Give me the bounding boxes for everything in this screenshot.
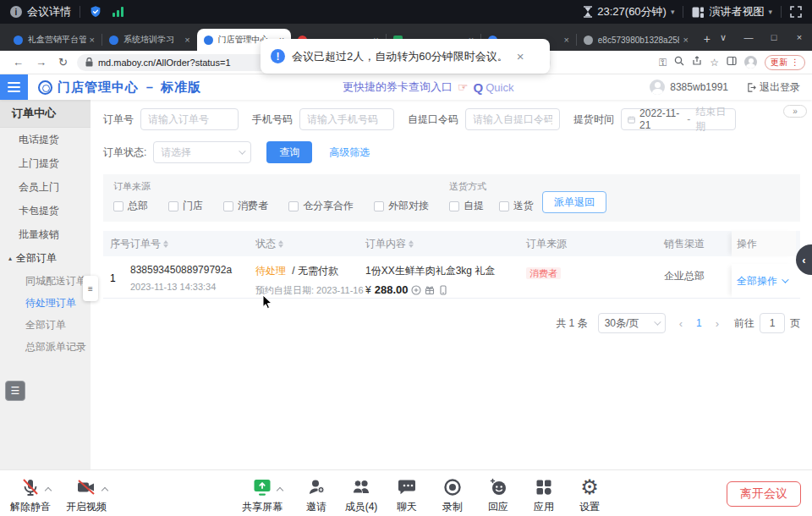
tab-close-icon[interactable]: × (563, 35, 568, 45)
coupon-icon[interactable] (411, 285, 421, 295)
zoom-icon[interactable] (674, 56, 684, 69)
phone-input[interactable] (299, 108, 394, 130)
floating-menu-button[interactable]: ☰ (5, 381, 25, 401)
checkbox-source-external[interactable]: 外部对接 (374, 199, 429, 213)
user-avatar[interactable] (650, 80, 665, 95)
advanced-filter-link[interactable]: 高级筛选 (329, 145, 370, 160)
browser-tab[interactable]: e8c573980b1328a258fd2e6... × (577, 29, 695, 51)
col-order-no[interactable]: 订单号 (130, 231, 255, 256)
browser-update-button[interactable]: 更新 ⋮ (765, 55, 805, 70)
unmute-button[interactable]: 解除静音 (5, 476, 56, 514)
current-page[interactable]: 1 (696, 317, 702, 329)
side-panel-icon[interactable] (727, 56, 737, 69)
timer-caret-icon[interactable]: ▾ (671, 8, 675, 16)
chevron-up-icon[interactable] (102, 487, 108, 494)
order-no[interactable]: 83859345088979792a (130, 264, 255, 276)
order-status-select[interactable]: 请选择 (153, 141, 251, 163)
browser-tab[interactable]: 礼盒营销平台管理中心 × (7, 29, 102, 51)
toast-close-icon[interactable]: × (517, 49, 524, 63)
network-signal-icon[interactable] (112, 7, 123, 17)
goto-page-input[interactable] (760, 313, 785, 333)
checkbox-icon[interactable] (374, 201, 384, 211)
reload-button[interactable]: ↻ (58, 56, 68, 69)
sidebar-sub-city-delivery[interactable]: 同城配送订单 (0, 270, 91, 292)
checkbox-icon[interactable] (223, 201, 233, 211)
sidebar-item-member-visit[interactable]: 会员上门 (0, 175, 91, 199)
collapse-filters-button[interactable]: » (783, 105, 807, 118)
meeting-info-icon[interactable]: i (10, 6, 22, 18)
checkbox-icon[interactable] (113, 201, 123, 211)
sidebar-item-all-orders-parent[interactable]: ▴ 全部订单 (0, 246, 91, 270)
checkbox-source-store[interactable]: 门店 (168, 199, 203, 213)
sidebar-item-batch-verify[interactable]: 批量核销 (0, 222, 91, 246)
window-close-button[interactable]: × (787, 32, 812, 42)
checkbox-icon[interactable] (499, 201, 509, 211)
col-content[interactable]: 订单内容 (365, 231, 526, 256)
gift-icon[interactable] (425, 285, 435, 295)
view-mode-caret-icon[interactable]: ▾ (768, 8, 772, 16)
quick-label[interactable]: Quick (486, 81, 513, 94)
forward-button[interactable]: → (36, 56, 47, 69)
checkbox-icon[interactable] (449, 201, 459, 211)
checkbox-delivery[interactable]: 送货 (499, 199, 534, 213)
chat-button[interactable]: 聊天 (381, 476, 432, 514)
sidebar-sub-hq-dispatch[interactable]: 总部派单记录 (0, 336, 91, 358)
settings-button[interactable]: ⚙ 设置 (564, 476, 615, 514)
pickup-code-input[interactable] (465, 108, 560, 130)
next-page-button[interactable]: › (716, 317, 719, 330)
tab-close-icon[interactable]: × (90, 35, 95, 45)
reactions-button[interactable]: 回应 (473, 476, 524, 514)
sort-icon[interactable] (278, 240, 283, 248)
sidebar-item-door-pickup[interactable]: 上门提货 (0, 151, 91, 175)
members-button[interactable]: 成员(4) (336, 476, 387, 514)
browser-tab[interactable]: 系统培训学习 × (102, 29, 197, 51)
leave-meeting-button[interactable]: 离开会议 (727, 481, 801, 507)
prev-page-button[interactable]: ‹ (679, 317, 683, 330)
col-status[interactable]: 状态 (255, 231, 365, 256)
checkbox-source-share-coop[interactable]: 仓分享合作 (288, 199, 354, 213)
search-button[interactable]: 查询 (266, 141, 312, 163)
window-minimize-button[interactable]: — (736, 32, 761, 42)
checkbox-source-consumer[interactable]: 消费者 (223, 199, 268, 213)
date-range-input[interactable]: 2022-11-21 - 结束日期 (621, 108, 736, 130)
start-video-button[interactable]: 开启视频 (61, 476, 112, 514)
bookmark-star-icon[interactable]: ☆ (710, 57, 719, 69)
tab-close-icon[interactable]: × (683, 35, 688, 45)
checkbox-icon[interactable] (288, 201, 299, 211)
page-size-select[interactable]: 30条/页 (598, 313, 666, 333)
sort-icon[interactable] (409, 240, 414, 248)
share-icon[interactable] (692, 56, 702, 69)
checkbox-source-hq[interactable]: 总部 (113, 199, 148, 213)
quick-search-icon[interactable]: Q (474, 80, 484, 95)
back-button[interactable]: ← (13, 56, 24, 69)
meeting-details-label[interactable]: 会议详情 (27, 4, 71, 19)
logout-button[interactable]: 退出登录 (747, 80, 800, 95)
menu-toggle-button[interactable] (0, 74, 28, 100)
tab-search-icon[interactable]: ∨ (710, 32, 736, 43)
password-key-icon[interactable]: ⚿ (659, 57, 667, 69)
quick-entry-link[interactable]: 更快捷的券卡查询入口 (343, 80, 453, 95)
window-maximize-button[interactable]: □ (761, 32, 787, 42)
security-shield-icon[interactable] (89, 5, 102, 19)
sidebar-item-phone-pickup[interactable]: 电话提货 (0, 128, 91, 151)
share-screen-button[interactable]: 共享屏幕 (237, 476, 288, 514)
order-no-input[interactable] (140, 108, 239, 130)
tab-close-icon[interactable]: × (184, 35, 189, 45)
dispatch-return-button[interactable]: 派单退回 (542, 191, 606, 213)
sidebar-sub-all-orders[interactable]: 全部订单 (0, 314, 91, 336)
apps-button[interactable]: 应用 (518, 476, 569, 514)
all-actions-dropdown[interactable]: 全部操作 (737, 274, 787, 288)
new-tab-button[interactable]: + (704, 32, 710, 46)
chevron-up-icon[interactable] (277, 487, 283, 494)
sort-icon[interactable] (163, 240, 168, 248)
sidebar-item-card-pickup[interactable]: 卡包提货 (0, 199, 91, 222)
browser-menu-icon[interactable]: ⋮ (791, 58, 799, 67)
checkbox-self-pickup[interactable]: 自提 (449, 199, 484, 213)
view-mode-label[interactable]: 演讲者视图 (709, 4, 764, 19)
sidebar-collapse-handle[interactable]: ≡ (83, 276, 98, 301)
browser-profile-avatar[interactable] (744, 56, 757, 69)
fullscreen-icon[interactable] (790, 6, 802, 18)
phone-icon[interactable] (438, 285, 448, 295)
checkbox-icon[interactable] (168, 201, 178, 211)
chevron-up-icon[interactable] (45, 487, 52, 494)
